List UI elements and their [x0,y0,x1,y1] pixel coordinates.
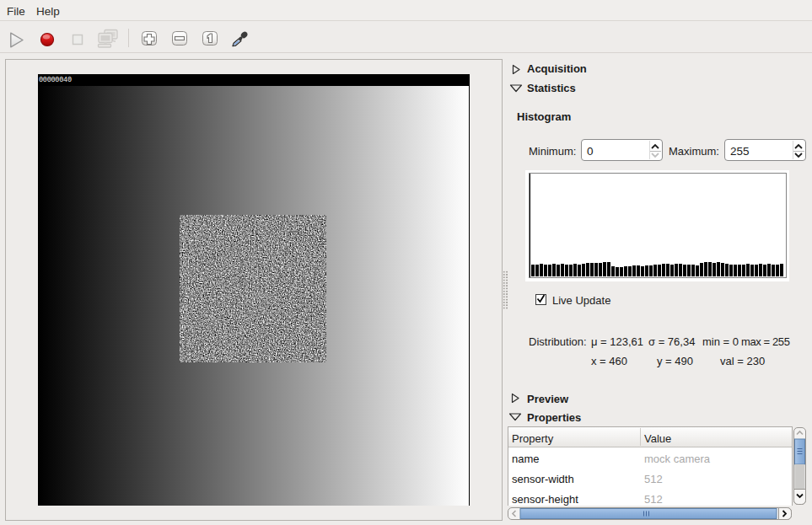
svg-text:00000040: 00000040 [39,76,72,84]
